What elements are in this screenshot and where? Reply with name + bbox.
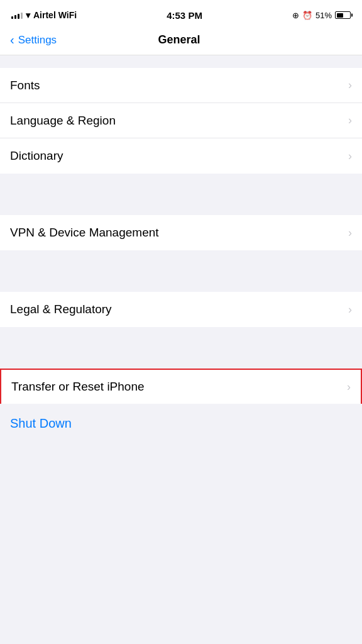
vpn-device-row[interactable]: VPN & Device Management › (0, 215, 362, 250)
legal-regulatory-label: Legal & Regulatory (10, 303, 112, 316)
chevron-right-icon: › (348, 150, 352, 163)
alarm-icon: ⏰ (302, 11, 312, 20)
fonts-label: Fonts (10, 79, 40, 92)
transfer-reset-row[interactable]: Transfer or Reset iPhone › (0, 369, 362, 404)
status-bar-left: ▾ Airtel WiFi (11, 10, 77, 20)
section-3: Legal & Regulatory › (0, 292, 362, 327)
back-label: Settings (18, 34, 57, 47)
section-separator-2 (0, 270, 362, 292)
page-title: General (57, 33, 302, 47)
settings-content: Fonts › Language & Region › Dictionary ›… (0, 55, 362, 443)
section-separator-3 (0, 347, 362, 369)
status-bar-right: ⊕ ⏰ 51% (292, 11, 351, 20)
signal-bars (11, 11, 23, 19)
status-bar: ▾ Airtel WiFi 4:53 PM ⊕ ⏰ 51% (0, 0, 362, 28)
dictionary-row[interactable]: Dictionary › (0, 138, 362, 174)
battery-icon (335, 11, 351, 19)
lock-icon: ⊕ (292, 11, 299, 20)
shutdown-button[interactable]: Shut Down (10, 416, 72, 430)
section-4: Transfer or Reset iPhone › (0, 369, 362, 404)
nav-bar: ‹ Settings General (0, 28, 362, 55)
language-region-row[interactable]: Language & Region › (0, 103, 362, 138)
chevron-right-icon: › (347, 380, 351, 394)
carrier-label: Airtel WiFi (33, 10, 77, 20)
fonts-row[interactable]: Fonts › (0, 68, 362, 103)
battery-fill (337, 13, 343, 18)
chevron-right-icon: › (348, 303, 352, 316)
back-button[interactable]: ‹ Settings (10, 33, 57, 47)
battery-percent: 51% (315, 11, 332, 20)
section-1: Fonts › Language & Region › Dictionary › (0, 68, 362, 174)
shutdown-section: Shut Down (0, 404, 362, 443)
chevron-right-icon: › (348, 226, 352, 240)
language-region-label: Language & Region (10, 114, 116, 128)
back-chevron-icon: ‹ (10, 33, 14, 47)
chevron-right-icon: › (348, 114, 352, 127)
dictionary-label: Dictionary (10, 149, 63, 163)
section-separator-1 (0, 194, 362, 215)
vpn-device-label: VPN & Device Management (10, 226, 159, 240)
section-2: VPN & Device Management › (0, 215, 362, 250)
chevron-right-icon: › (348, 79, 352, 92)
status-bar-time: 4:53 PM (167, 10, 202, 21)
legal-regulatory-row[interactable]: Legal & Regulatory › (0, 292, 362, 327)
transfer-reset-label: Transfer or Reset iPhone (11, 380, 145, 394)
wifi-icon: ▾ (26, 10, 30, 20)
